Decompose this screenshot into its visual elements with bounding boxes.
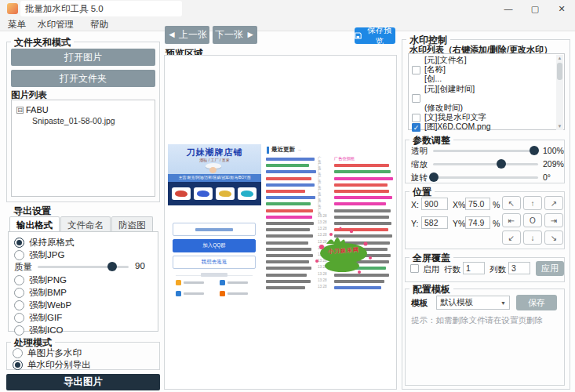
format-opt-b-1[interactable]: 强制BMP <box>14 287 67 298</box>
close-button[interactable]: ✕ <box>548 0 575 17</box>
scroll-up-icon[interactable]: ▲ <box>556 55 563 62</box>
quality-slider-thumb[interactable] <box>107 262 117 271</box>
open-folder-button[interactable]: 打开文件夹 <box>11 70 155 87</box>
watermark-list-scrollbar[interactable]: ▲ ▼ <box>556 55 563 130</box>
format-opt-radio-0[interactable] <box>14 238 24 248</box>
watermark-item-1[interactable]: [名称] <box>412 65 446 74</box>
fullscreen-group-label: 全屏覆盖 <box>409 252 453 265</box>
join-qq-button: 加入QQ群 <box>173 239 256 252</box>
link-left <box>266 183 315 187</box>
watermark-list[interactable]: ▲ ▼ [元][文件名][名称][创...[元][创建时间](修改时间)[文]我… <box>408 53 565 130</box>
template-label: 模板 <box>411 298 428 309</box>
link-left <box>266 202 311 205</box>
export-images-button[interactable]: 导出图片 <box>6 374 160 390</box>
process-opt-radio-1[interactable] <box>13 360 23 370</box>
align-btn-0[interactable]: ↖ <box>502 196 521 210</box>
fullscreen-enable-checkbox[interactable] <box>410 264 419 273</box>
format-opt-b-label-1: 强制BMP <box>29 287 67 299</box>
slider-label-0: 透明 <box>411 146 428 157</box>
watermark-checkbox-7[interactable]: ✓ <box>412 123 420 132</box>
rows-input[interactable] <box>463 262 485 274</box>
scrollbar-thumb[interactable] <box>557 63 562 80</box>
watermark-checkbox-6[interactable] <box>412 114 420 122</box>
save-preview-button[interactable]: 保存预览 <box>355 27 395 44</box>
maximize-button[interactable]: ▢ <box>522 0 548 17</box>
format-opt-b-0[interactable]: 强制PNG <box>14 274 67 285</box>
x-input[interactable] <box>421 198 448 210</box>
format-opt-b-3[interactable]: 强制GIF <box>14 312 62 323</box>
align-btn-1[interactable]: ↑ <box>523 196 542 210</box>
align-btn-6[interactable]: ↙ <box>502 230 521 245</box>
watermark-item-5[interactable]: (修改时间) <box>424 103 463 113</box>
menu-item-watermark-manage[interactable]: 水印管理 <box>38 19 74 31</box>
quality-slider[interactable] <box>38 266 129 268</box>
scroll-down-icon[interactable]: ▼ <box>556 123 563 130</box>
watermark-item-7[interactable]: ✓[图]X6D.COM.png <box>412 122 491 132</box>
y-input[interactable] <box>421 216 448 229</box>
card-divider-label <box>201 273 227 277</box>
format-opt-b-2[interactable]: 强制WebP <box>14 299 71 310</box>
align-btn-7[interactable]: ↓ <box>523 230 542 245</box>
tab-0[interactable]: 输出格式 <box>9 216 60 232</box>
align-btn-8[interactable]: ↘ <box>544 230 563 245</box>
title-bar: 批量加水印工具 5.0 — ▢ ✕ <box>0 0 575 17</box>
prev-image-button[interactable]: ◄ 上一张 <box>165 26 209 44</box>
tree-folder-fabu[interactable]: ⊟FABU <box>16 105 49 114</box>
slider-thumb-0[interactable] <box>530 146 539 155</box>
format-opt-b-radio-1[interactable] <box>14 288 24 298</box>
save-template-button[interactable]: 保存 <box>516 295 557 310</box>
preview-shop-banner: 刀妹潮牌店铺 潮鞋 / 工厂 / 直发 主营:耐克/阿迪/万斯/匡威/冠军/彪马… <box>168 144 261 205</box>
x-percent-input[interactable] <box>465 198 490 210</box>
watermark-overlay[interactable]: 小刀娱乐网 <box>311 227 377 277</box>
watermark-checkbox-4[interactable] <box>412 94 420 103</box>
link-left <box>266 267 311 270</box>
align-btn-3[interactable]: ⇤ <box>502 213 521 227</box>
link-left <box>266 254 313 257</box>
align-btn-2[interactable]: ↗ <box>544 196 563 210</box>
format-opt-radio-1[interactable] <box>14 250 24 260</box>
format-opt-b-4[interactable]: 强制ICO <box>14 325 63 336</box>
format-opt-b-radio-3[interactable] <box>14 313 24 323</box>
watermark-item-6[interactable]: [文]我是水印文字 <box>412 113 486 122</box>
slider-1[interactable] <box>433 163 538 165</box>
tab-2[interactable]: 防盗图 <box>111 216 153 232</box>
format-opt-0[interactable]: 保持原格式 <box>14 237 75 248</box>
watermark-item-2[interactable]: [创... <box>424 74 442 84</box>
minimize-button[interactable]: — <box>495 0 522 17</box>
align-btn-4[interactable]: O <box>523 213 542 227</box>
slider-2[interactable] <box>433 176 538 179</box>
contact-button <box>173 223 256 236</box>
folder-mode-group-label: 文件夹和模式 <box>11 36 74 49</box>
watermark-item-0[interactable]: [元][文件名] <box>424 56 467 65</box>
tree-file-item[interactable]: Snipaste_01-58-00.jpg <box>32 116 115 125</box>
link-right <box>334 202 386 205</box>
process-opt-radio-0[interactable] <box>13 348 23 358</box>
link-right <box>334 216 389 219</box>
apply-button[interactable]: 应用 <box>536 261 564 276</box>
y-percent-input[interactable] <box>465 216 490 229</box>
format-opt-b-radio-2[interactable] <box>14 300 24 310</box>
cols-input[interactable] <box>508 262 530 274</box>
image-list[interactable]: ⊟FABU Snipaste_01-58-00.jpg <box>11 100 155 197</box>
template-select[interactable]: 默认模板 ▼ <box>436 296 510 310</box>
menu-item-menu[interactable]: 菜单 <box>8 19 26 31</box>
tree-expander-icon[interactable]: ⊟ <box>16 107 24 114</box>
watermark-checkbox-1[interactable] <box>412 66 420 74</box>
format-opt-1[interactable]: 强制JPG <box>14 249 64 260</box>
menu-item-help[interactable]: 帮助 <box>90 19 108 31</box>
recent-label: 最近更新 <box>271 146 295 154</box>
slider-0[interactable] <box>433 150 538 152</box>
process-opt-0[interactable]: 单图片多水印 <box>13 347 82 358</box>
format-opt-b-radio-4[interactable] <box>14 325 24 336</box>
align-btn-5[interactable]: ⇥ <box>544 213 563 227</box>
watermark-item-4[interactable] <box>412 94 424 103</box>
tab-1[interactable]: 文件命名 <box>60 216 111 232</box>
format-opt-b-radio-0[interactable] <box>14 275 24 285</box>
watermark-item-3[interactable]: [元][创建时间] <box>424 85 475 94</box>
person-face <box>209 167 217 173</box>
open-image-button[interactable]: 打开图片 <box>11 49 155 66</box>
slider-thumb-1[interactable] <box>497 159 506 169</box>
next-image-button[interactable]: 下一张 ► <box>213 26 257 44</box>
process-opt-1[interactable]: 单水印分别导出 <box>13 359 91 370</box>
slider-label-2: 旋转 <box>411 172 428 183</box>
